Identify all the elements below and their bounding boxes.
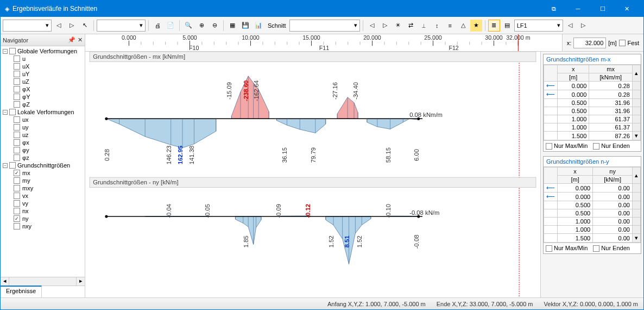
tree-item-uY[interactable]: uY <box>3 70 85 78</box>
tool-5-button[interactable]: ≡ <box>444 20 456 32</box>
tree-group[interactable]: −Globale Verformungen <box>3 47 85 55</box>
tree-item-u[interactable]: u <box>3 55 85 63</box>
tool-8-button[interactable]: ≣ <box>488 20 500 32</box>
tree-item-mxy[interactable]: mxy <box>3 184 85 192</box>
tree-group[interactable]: −Lokale Verformungen <box>3 108 85 116</box>
table-row[interactable]: 0.5000.00 <box>544 201 641 209</box>
lc-next-button[interactable]: ▷ <box>577 20 589 32</box>
fix-checkbox[interactable] <box>619 40 626 46</box>
tree-item-lphix[interactable]: φx <box>3 139 85 146</box>
x-position-box: x: [m] Fest <box>562 34 643 51</box>
loadcase-combo[interactable]: LF1▾ <box>514 20 563 32</box>
table-row[interactable]: 1.0000.00 <box>544 218 641 226</box>
svg-text:162.95: 162.95 <box>177 146 184 165</box>
tree-item-luy[interactable]: uy <box>3 123 85 131</box>
svg-text:1.52: 1.52 <box>328 235 334 247</box>
chk-maxmin[interactable]: Nur Max/Min <box>546 142 588 150</box>
svg-text:-0.04: -0.04 <box>166 204 172 218</box>
tree-item-lphiy[interactable]: φy <box>3 146 85 154</box>
zoom-out-button[interactable]: ⊖ <box>209 20 220 32</box>
tree-item-phiX[interactable]: φX <box>3 85 85 93</box>
section-combo[interactable]: ▾ <box>289 20 360 32</box>
pin-icon[interactable]: 📌 <box>68 36 75 44</box>
combo-1[interactable]: ▾ <box>3 20 52 32</box>
close-button[interactable]: ✕ <box>615 1 639 17</box>
navigator-hscroll[interactable]: ◂▸ <box>1 277 85 286</box>
maximize-button[interactable]: ☐ <box>590 1 615 17</box>
chk-ends[interactable]: Nur Enden <box>593 245 630 252</box>
navigator-title: Navigator 📌 ✕ <box>1 34 85 46</box>
tool-1-button[interactable]: ☀ <box>392 20 404 32</box>
svg-text:36.15: 36.15 <box>281 147 288 163</box>
tool-2-button[interactable]: ⇄ <box>405 20 417 32</box>
restore-panel-icon[interactable]: ⧉ <box>541 1 566 17</box>
minimize-button[interactable]: ─ <box>566 1 590 17</box>
tree-item-ny[interactable]: ✓ny <box>3 215 85 222</box>
svg-text:F12: F12 <box>449 45 458 51</box>
tree-item-phiY[interactable]: φY <box>3 93 85 101</box>
zoom-in-button[interactable]: ⊕ <box>195 20 207 32</box>
data-table-ny[interactable]: xny▴[m][kN/m]⟵0.0000.00⟵0.0000.000.5000.… <box>544 167 641 243</box>
tree-item-lphiz[interactable]: φz <box>3 154 85 162</box>
table-row[interactable]: ⟵0.0000.00 <box>544 184 641 193</box>
table-row[interactable]: 1.00061.37 <box>544 115 641 123</box>
tool-3-button[interactable]: ⟂ <box>418 20 430 32</box>
tool-7-button[interactable]: ★ <box>470 20 482 32</box>
navigator-tree[interactable]: −Globale VerformungenuuXuYuZφXφYφZ−Lokal… <box>1 46 85 277</box>
tree-group[interactable]: −Grundschnittgrößen <box>3 162 85 169</box>
tool-4-button[interactable]: ↕ <box>431 20 443 32</box>
nav-prev-button[interactable]: ◁ <box>53 20 65 32</box>
tool-9-button[interactable]: ▤ <box>501 20 513 32</box>
x-label: x: <box>567 40 572 46</box>
tab-results[interactable]: Ergebnisse <box>1 286 42 297</box>
table-row[interactable]: ⟵0.0000.28 <box>544 90 641 99</box>
arrow-left-button[interactable]: ◁ <box>366 20 378 32</box>
table-row[interactable]: 0.50031.96 <box>544 99 641 107</box>
table-row[interactable]: ⟵0.0000.00 <box>544 193 641 201</box>
app-window: ◈ Ergebnisverläufe in Schnitten ⧉ ─ ☐ ✕ … <box>0 0 644 310</box>
table-row[interactable]: 1.50087.26▾ <box>544 132 641 140</box>
svg-text:1.52: 1.52 <box>356 235 363 247</box>
print-button[interactable]: 🖨 <box>151 20 163 32</box>
main-toolbar: ▾ ◁ ▷ ↖ ▾ 🖨 📄 🔍 ⊕ ⊖ ▦ 💾 📊 Schnitt ▾ ◁ ▷ … <box>1 17 643 34</box>
tree-item-vy[interactable]: vy <box>3 200 85 207</box>
tree-item-nx[interactable]: nx <box>3 207 85 215</box>
tree-item-nxy[interactable]: nxy <box>3 222 85 230</box>
pick-tool-button[interactable]: ↖ <box>79 20 91 32</box>
svg-text:20.000: 20.000 <box>363 34 381 41</box>
export-excel-button[interactable]: 📊 <box>252 20 264 32</box>
tool-6-button[interactable]: △ <box>457 20 469 32</box>
toggle-a-button[interactable]: ▦ <box>226 20 238 32</box>
tree-item-vx[interactable]: vx <box>3 192 85 200</box>
print-preview-button[interactable]: 📄 <box>165 20 176 32</box>
x-input[interactable] <box>573 38 606 48</box>
lc-prev-button[interactable]: ◁ <box>564 20 576 32</box>
tree-item-mx[interactable]: ✓mx <box>3 169 85 177</box>
svg-text:8.51: 8.51 <box>344 235 350 247</box>
combo-2[interactable]: ▾ <box>97 20 146 32</box>
table-row[interactable]: 1.0000.00 <box>544 226 641 234</box>
arrow-right-button[interactable]: ▷ <box>379 20 391 32</box>
panel-close-icon[interactable]: ✕ <box>78 36 83 44</box>
nav-next-button[interactable]: ▷ <box>66 20 78 32</box>
table-row[interactable]: 0.5000.00 <box>544 209 641 218</box>
save-button[interactable]: 💾 <box>239 20 251 32</box>
tree-item-my[interactable]: my <box>3 177 85 184</box>
table-row[interactable]: ⟵0.0000.28 <box>544 82 641 90</box>
table-row[interactable]: 0.50031.96 <box>544 107 641 115</box>
svg-text:-0.08 kN/m: -0.08 kN/m <box>409 209 439 216</box>
svg-text:Grundschnittgrößen - ny [kN/m]: Grundschnittgrößen - ny [kN/m] <box>93 179 178 185</box>
tree-item-uZ[interactable]: uZ <box>3 78 85 85</box>
tree-item-uX[interactable]: uX <box>3 63 85 70</box>
zoom-window-button[interactable]: 🔍 <box>182 20 194 32</box>
tree-item-phiZ[interactable]: φZ <box>3 101 85 108</box>
svg-text:-27.16: -27.16 <box>332 82 338 100</box>
tree-item-luz[interactable]: uz <box>3 131 85 139</box>
table-row[interactable]: 1.5000.00▾ <box>544 234 641 243</box>
chart-area: Grundschnittgrößen - mx [kNm/m]0.28146.2… <box>85 52 540 297</box>
chk-maxmin[interactable]: Nur Max/Min <box>546 245 588 252</box>
data-table-mx[interactable]: xmx▴[m][kNm/m]⟵0.0000.28⟵0.0000.280.5003… <box>544 65 641 140</box>
chk-ends[interactable]: Nur Enden <box>593 142 630 150</box>
table-row[interactable]: 1.00061.37 <box>544 123 641 132</box>
tree-item-lux[interactable]: ux <box>3 116 85 123</box>
